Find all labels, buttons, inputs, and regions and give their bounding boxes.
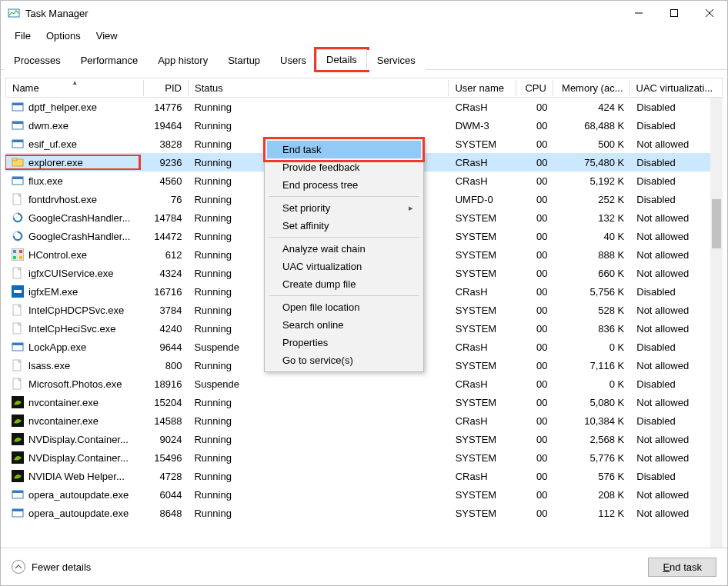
tab-users[interactable]: Users	[270, 50, 316, 70]
process-name: explorer.exe	[28, 157, 83, 168]
ctx-properties[interactable]: Properties	[267, 334, 421, 351]
chevron-up-icon	[12, 560, 25, 574]
ctx-search-online[interactable]: Search online	[267, 316, 421, 334]
col-header-name[interactable]: Name ▲	[6, 80, 144, 96]
cell-name: dwm.exe	[5, 118, 144, 133]
process-name: IntelCpHeciSvc.exe	[28, 323, 115, 335]
ctx-set-priority[interactable]: Set priority▸	[267, 199, 421, 217]
maximize-button[interactable]	[656, 2, 692, 25]
fewer-details-label: Fewer details	[32, 561, 91, 573]
process-name: nvcontainer.exe	[28, 397, 99, 408]
blank-icon	[12, 304, 24, 316]
cell-name: nvcontainer.exe	[5, 413, 144, 428]
process-name: esif_uf.exe	[28, 138, 77, 150]
process-name: dwm.exe	[28, 120, 68, 132]
process-name: GoogleCrashHandler...	[28, 231, 130, 242]
process-name: LockApp.exe	[28, 341, 86, 353]
tab-performance[interactable]: Performance	[71, 50, 148, 70]
table-row[interactable]: NVDisplay.Container...9024RunningSYSTEM0…	[5, 430, 723, 448]
table-row[interactable]: opera_autoupdate.exe6044RunningSYSTEM002…	[5, 485, 723, 504]
cell-name: NVDisplay.Container...	[5, 450, 144, 465]
svg-rect-31	[12, 343, 23, 345]
process-name: igfxCUIService.exe	[28, 268, 114, 279]
process-name: Microsoft.Photos.exe	[28, 378, 122, 390]
menubar: File Options View	[1, 25, 727, 47]
svg-rect-23	[13, 256, 16, 259]
tab-services[interactable]: Services	[367, 50, 426, 70]
app-icon	[7, 6, 21, 20]
process-name: GoogleCrashHandler...	[28, 212, 130, 224]
cell-name: explorer.exe	[5, 155, 144, 170]
process-name: opera_autoupdate.exe	[28, 508, 129, 519]
ctx-provide-feedback[interactable]: Provide feedback	[267, 158, 421, 176]
svg-rect-6	[12, 103, 23, 105]
intel-icon	[12, 285, 24, 298]
col-header-uac[interactable]: UAC virtualizati...	[630, 80, 722, 96]
svg-rect-0	[8, 9, 19, 17]
menu-view[interactable]: View	[88, 28, 125, 43]
ctx-set-affinity[interactable]: Set affinity	[267, 217, 421, 235]
table-row[interactable]: dwm.exe19464RunningDWM-30068,488 KDisabl…	[5, 116, 723, 135]
ctx-end-process-tree[interactable]: End process tree	[267, 176, 421, 194]
close-button[interactable]	[692, 2, 727, 25]
table-row[interactable]: NVIDIA Web Helper...4728RunningCRasH0057…	[5, 467, 723, 485]
cell-name: igfxCUIService.exe	[5, 265, 144, 281]
ctx-end-task[interactable]: End task	[267, 141, 421, 158]
col-header-user[interactable]: User name	[449, 80, 516, 96]
minimize-button[interactable]	[621, 2, 656, 25]
col-header-mem[interactable]: Memory (ac...	[553, 80, 630, 96]
ctx-analyze-wait-chain[interactable]: Analyze wait chain	[267, 240, 421, 258]
table-row[interactable]: dptf_helper.exe14776RunningCRasH00424 KD…	[5, 98, 723, 116]
blank-icon	[12, 359, 24, 371]
table-row[interactable]: NVDisplay.Container...15496RunningSYSTEM…	[5, 448, 723, 467]
process-name: NVDisplay.Container...	[28, 434, 129, 445]
details-content: Name ▲ PID Status User name CPU Memory (…	[1, 70, 727, 548]
svg-rect-42	[12, 509, 23, 511]
ctx-uac-virtualization[interactable]: UAC virtualization	[267, 258, 421, 275]
cell-name: lsass.exe	[5, 358, 144, 373]
ctx-go-to-service-s-[interactable]: Go to service(s)	[267, 351, 421, 369]
process-name: HControl.exe	[28, 249, 87, 261]
table-row[interactable]: opera_autoupdate.exe8648RunningSYSTEM001…	[5, 504, 723, 522]
fewer-details-button[interactable]: Fewer details	[12, 560, 91, 574]
cell-name: flux.exe	[5, 173, 144, 188]
process-name: IntelCpHDCPSvc.exe	[28, 305, 124, 316]
svg-rect-24	[19, 256, 22, 259]
nv-icon	[12, 470, 24, 482]
process-name: nvcontainer.exe	[28, 415, 99, 427]
scroll-thumb[interactable]	[712, 199, 721, 248]
end-task-button[interactable]: End task	[648, 558, 716, 577]
ctx-open-file-location[interactable]: Open file location	[267, 298, 421, 316]
table-row[interactable]: Microsoft.Photos.exe18916SuspendeCRasH00…	[5, 375, 723, 393]
tabbar: ProcessesPerformanceApp historyStartupUs…	[1, 47, 727, 70]
menu-file[interactable]: File	[7, 28, 38, 43]
cell-name: opera_autoupdate.exe	[5, 505, 144, 521]
table-row[interactable]: nvcontainer.exe14588RunningCRasH0010,384…	[5, 411, 723, 430]
process-name: fontdrvhost.exe	[28, 194, 97, 205]
tab-app-history[interactable]: App history	[148, 50, 218, 70]
blank-icon	[12, 378, 24, 390]
tab-details[interactable]: Details	[316, 49, 367, 70]
footer: Fewer details End task	[1, 548, 727, 585]
win-icon	[12, 507, 24, 519]
menu-options[interactable]: Options	[38, 28, 88, 43]
svg-rect-27	[14, 290, 22, 293]
svg-rect-21	[13, 250, 16, 253]
svg-rect-8	[12, 122, 23, 124]
separator	[269, 237, 419, 238]
tab-startup[interactable]: Startup	[218, 50, 270, 70]
win-icon	[12, 488, 24, 501]
col-header-cpu[interactable]: CPU	[516, 80, 553, 96]
table-row[interactable]: nvcontainer.exe15204RunningSYSTEM005,080…	[5, 393, 723, 411]
col-header-pid[interactable]: PID	[144, 80, 189, 96]
tab-processes[interactable]: Processes	[4, 50, 71, 70]
ctx-create-dump-file[interactable]: Create dump file	[267, 275, 421, 293]
chevron-right-icon: ▸	[409, 203, 413, 213]
scrollbar[interactable]	[710, 98, 723, 548]
svg-rect-40	[12, 491, 23, 493]
col-header-status[interactable]: Status	[189, 80, 449, 96]
cell-name: fontdrvhost.exe	[5, 191, 144, 207]
svg-rect-22	[19, 250, 22, 253]
blank-icon	[12, 322, 24, 335]
process-name: opera_autoupdate.exe	[28, 489, 129, 501]
